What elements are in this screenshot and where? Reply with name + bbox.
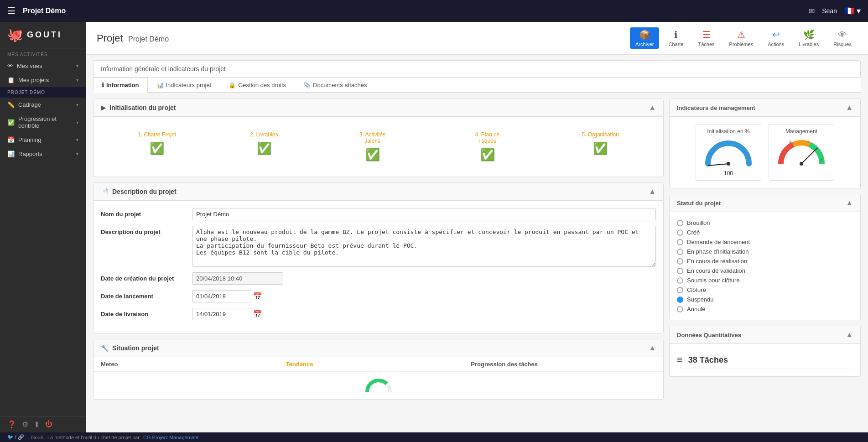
- status-cloture[interactable]: Clôturé: [677, 286, 853, 293]
- actions-icon: ↩: [772, 29, 780, 40]
- page-title-area: Projet Projet Démo: [97, 32, 169, 44]
- collapse-statut-button[interactable]: ▲: [846, 199, 853, 207]
- sidebar-item-planning[interactable]: 📅 Planning ▾: [0, 133, 86, 147]
- charte-button[interactable]: ℹ Charte: [663, 27, 689, 49]
- cadrage-icon: ✏️: [7, 101, 15, 108]
- risques-label: Risques: [833, 42, 852, 47]
- archiver-button[interactable]: 📦 Archiver: [630, 27, 659, 49]
- language-selector[interactable]: 🇫🇷 ▾: [844, 6, 861, 16]
- droits-tab-icon: 🔒: [229, 82, 236, 88]
- footer-link[interactable]: CG Project Management: [143, 435, 198, 440]
- svg-point-7: [800, 162, 803, 166]
- tab-gestion-droits[interactable]: 🔒 Gestion des droits: [220, 78, 295, 92]
- progression-icon: ✅: [7, 119, 15, 126]
- collapse-donnees-button[interactable]: ▲: [846, 331, 853, 339]
- sidebar-item-mes-vues[interactable]: 👁 Mes vues ▾: [0, 59, 86, 73]
- statut-card: Statut du projet ▲ Brouillon Créé: [669, 194, 861, 320]
- step-charte-check: ✅: [150, 141, 164, 156]
- sidebar-item-rapports[interactable]: 📊 Rapports ▾: [0, 147, 86, 161]
- collapse-indicateurs-button[interactable]: ▲: [846, 104, 853, 112]
- init-steps: 1. Charte Projet ✅ 2. Livrables ✅ 3. Act…: [101, 124, 656, 169]
- sidebar-item-progression[interactable]: ✅ Progression et contrôle ▾: [0, 112, 86, 133]
- collapse-init-button[interactable]: ▲: [649, 104, 656, 112]
- status-realisation[interactable]: En cours de réalisation: [677, 258, 853, 265]
- tab-documents[interactable]: 📎 Documents attachés: [295, 78, 376, 92]
- nom-projet-input[interactable]: [192, 208, 656, 220]
- status-cree[interactable]: Créé: [677, 229, 853, 236]
- sidebar-item-mes-projets[interactable]: 📋 Mes projets ▾: [0, 73, 86, 87]
- status-brouillon-label: Brouillon: [687, 219, 710, 226]
- description-header[interactable]: 📄 Description du projet ▲: [94, 183, 663, 201]
- status-suspendu[interactable]: Suspendu: [677, 296, 853, 303]
- gauges-container: Initialisation en %: [677, 124, 853, 181]
- desc-projet-label: Description du projet: [101, 226, 192, 235]
- meteo-gauge: [365, 376, 392, 395]
- livrables-button[interactable]: 🌿 Livrables: [793, 27, 824, 49]
- date-lancement-row: Date de lancement 📅: [101, 290, 656, 302]
- status-cree-label: Créé: [687, 229, 700, 236]
- taches-quant-row: ≡ 38 Tâches: [677, 351, 853, 369]
- indicateurs-management-header: Indicateurs de management ▲: [670, 99, 860, 117]
- info-generale-header: Information générale et indicateurs du p…: [93, 60, 861, 77]
- initialisation-header[interactable]: ▶ Initialisation du projet ▲: [94, 99, 663, 117]
- situation-header[interactable]: 🔧 Situation projet ▲: [94, 339, 663, 357]
- user-menu[interactable]: Sean: [822, 7, 837, 15]
- status-demande-lancement[interactable]: Demande de lancement: [677, 239, 853, 245]
- calendar-livraison-icon[interactable]: 📅: [253, 310, 262, 318]
- settings-icon[interactable]: ⚙: [22, 420, 28, 429]
- situation-icon: 🔧: [101, 344, 109, 352]
- step-livrables: 2. Livrables ✅: [250, 131, 278, 162]
- power-icon[interactable]: ⏻: [45, 420, 52, 429]
- upload-icon[interactable]: ⬆: [34, 420, 40, 429]
- date-livraison-input[interactable]: [192, 308, 251, 320]
- status-soumis[interactable]: Soumis pour clôture: [677, 277, 853, 284]
- mail-icon[interactable]: ✉: [809, 7, 815, 16]
- taches-button[interactable]: ☰ Tâches: [692, 27, 720, 49]
- sidebar-item-cadrage[interactable]: ✏️ Cadrage ▾: [0, 98, 86, 112]
- radio-annule: [677, 306, 683, 312]
- date-livraison-label: Date de livraison: [101, 308, 192, 317]
- status-init-label: En phase d'initialisation: [687, 248, 748, 255]
- tab-indicateurs[interactable]: 📊 Indicateurs projet: [148, 78, 220, 92]
- main-content: Projet Projet Démo 📦 Archiver ℹ Charte ☰…: [86, 22, 868, 432]
- collapse-situation-button[interactable]: ▲: [649, 344, 656, 352]
- desc-projet-textarea[interactable]: Alpha est le nouveau produit de la gamme…: [192, 226, 656, 267]
- indicateurs-tab-icon: 📊: [156, 82, 164, 88]
- actions-button[interactable]: ↩ Actions: [762, 27, 790, 49]
- documents-tab-icon: 📎: [303, 82, 311, 88]
- status-validation[interactable]: En cours de validation: [677, 267, 853, 274]
- status-realisation-label: En cours de réalisation: [687, 258, 747, 265]
- status-annule[interactable]: Annulé: [677, 306, 853, 312]
- statut-title: Statut du projet: [677, 200, 721, 207]
- tab-indicateurs-label: Indicateurs projet: [166, 82, 212, 88]
- date-lancement-input[interactable]: [192, 290, 251, 302]
- app-name: GOUTI: [27, 30, 62, 40]
- tab-documents-label: Documents attachés: [313, 82, 367, 88]
- initialisation-body: 1. Charte Projet ✅ 2. Livrables ✅ 3. Act…: [94, 117, 663, 177]
- menu-toggle[interactable]: ☰: [7, 5, 16, 16]
- status-brouillon[interactable]: Brouillon: [677, 219, 853, 226]
- description-icon: 📄: [101, 188, 109, 195]
- step-organisation: 5. Organisation ✅: [582, 131, 619, 162]
- page-header: Projet Projet Démo 📦 Archiver ℹ Charte ☰…: [86, 22, 868, 55]
- problemes-icon: ⚠: [737, 29, 745, 40]
- footer-social-icons: 🐦 f 🔗: [7, 434, 24, 440]
- calendar-lancement-icon[interactable]: 📅: [253, 292, 262, 301]
- statut-header: Statut du projet ▲: [670, 194, 860, 212]
- radio-soumis: [677, 277, 683, 284]
- gauge1-value: 100: [724, 170, 733, 177]
- step-activites-check: ✅: [365, 148, 380, 162]
- problemes-button[interactable]: ⚠ Problèmes: [724, 27, 759, 49]
- risques-button[interactable]: 👁 Risques: [828, 28, 857, 49]
- planning-icon: 📅: [7, 136, 15, 143]
- help-icon[interactable]: ❓: [7, 420, 16, 429]
- step-organisation-label: 5. Organisation: [582, 131, 619, 138]
- radio-brouillon: [677, 220, 683, 226]
- statut-body: Brouillon Créé Demande de lancement: [670, 212, 860, 320]
- svg-line-6: [801, 148, 817, 164]
- collapse-desc-button[interactable]: ▲: [649, 187, 656, 196]
- tab-information[interactable]: ℹ Information: [93, 78, 148, 93]
- svg-text:3: 3: [807, 140, 810, 144]
- svg-line-0: [708, 164, 728, 166]
- status-init[interactable]: En phase d'initialisation: [677, 248, 853, 255]
